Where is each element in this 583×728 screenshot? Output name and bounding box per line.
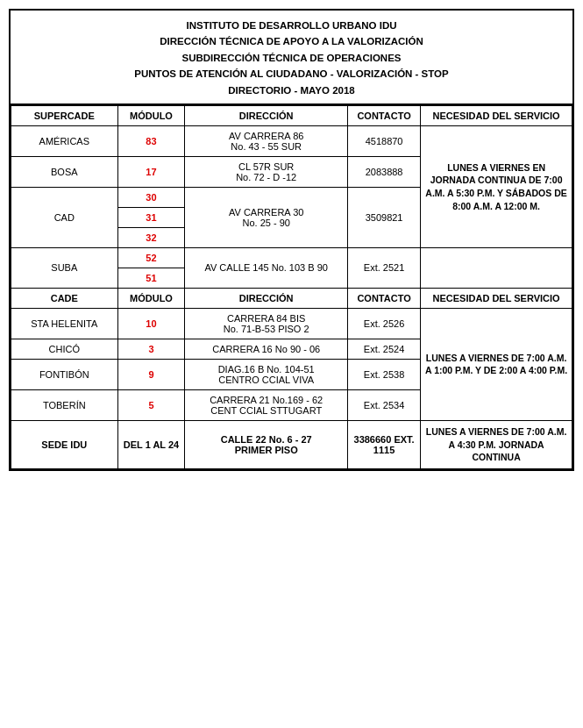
cad-module-32: 32 (117, 227, 185, 247)
toberin-name: TOBERÍN (11, 389, 118, 420)
americas-necesidad: LUNES A VIERNES EN JORNADA CONTINUA DE 7… (421, 125, 572, 247)
chico-contacto: Ext. 2524 (347, 339, 420, 359)
header-line2: DIRECCIÓN TÉCNICA DE APOYO A LA VALORIZA… (19, 33, 564, 49)
bosa-name: BOSA (11, 156, 118, 187)
cad-module-30: 30 (117, 187, 185, 207)
americas-direccion: AV CARRERA 86No. 43 - 55 SUR (185, 125, 348, 156)
suba-module-52: 52 (117, 247, 185, 268)
toberin-module: 5 (117, 389, 185, 420)
cade-necesidad-text: LUNES A VIERNES DE 7:00 A.M. A 1:00 P.M.… (421, 308, 572, 420)
main-container: INSTITUTO DE DESARROLLO URBANO IDU DIREC… (9, 9, 574, 471)
americas-contacto: 4518870 (347, 125, 420, 156)
cad-contacto: 3509821 (347, 187, 420, 247)
cad-name: CAD (11, 187, 118, 247)
suba-necesidad (421, 247, 572, 288)
header-line4: PUNTOS DE ATENCIÓN AL CIUDADANO - VALORI… (19, 66, 564, 82)
header-line3: SUBDIRECCIÓN TÉCNICA DE OPERACIONES (19, 50, 564, 66)
suba-row-1: SUBA 52 AV CALLE 145 No. 103 B 90 Ext. 2… (11, 247, 572, 268)
toberin-direccion: CARRERA 21 No.169 - 62CENT CCIAL STTUGAR… (185, 389, 348, 420)
cade-col3-header: DIRECCIÓN (185, 288, 348, 308)
sede-idu-row: SEDE IDU DEL 1 AL 24 CALLE 22 No. 6 - 27… (11, 420, 572, 468)
sede-idu-module: DEL 1 AL 24 (117, 420, 185, 468)
chico-name: CHICÓ (11, 339, 118, 359)
fontibon-contacto: Ext. 2538 (347, 359, 420, 389)
col-contacto-header: CONTACTO (347, 105, 420, 125)
sta-helenita-module: 10 (117, 308, 185, 339)
suba-direccion: AV CALLE 145 No. 103 B 90 (185, 247, 348, 288)
cade-col5-header: NECESIDAD DEL SERVICIO (421, 288, 572, 308)
col-supercade-header: SUPERCADE (11, 105, 118, 125)
americas-row: AMÉRICAS 83 AV CARRERA 86No. 43 - 55 SUR… (11, 125, 572, 156)
col-modulo-header: MÓDULO (117, 105, 185, 125)
supercade-necesidad-text: LUNES A VIERNES EN JORNADA CONTINUA DE 7… (425, 162, 566, 211)
fontibon-name: FONTIBÓN (11, 359, 118, 389)
cade-col2-header: MÓDULO (117, 288, 185, 308)
col-necesidad-header: NECESIDAD DEL SERVICIO (421, 105, 572, 125)
chico-direccion: CARRERA 16 No 90 - 06 (185, 339, 348, 359)
directory-table: SUPERCADE MÓDULO DIRECCIÓN CONTACTO NECE… (11, 105, 572, 469)
header-line1: INSTITUTO DE DESARROLLO URBANO IDU (19, 18, 564, 33)
fontibon-direccion: DIAG.16 B No. 104-51CENTRO CCIAL VIVA (185, 359, 348, 389)
cad-direccion: AV CARRERA 30No. 25 - 90 (185, 187, 348, 247)
americas-name: AMÉRICAS (11, 125, 118, 156)
suba-name: SUBA (11, 247, 118, 288)
sta-helenita-contacto: Ext. 2526 (347, 308, 420, 339)
bosa-direccion: CL 57R SURNo. 72 - D -12 (185, 156, 348, 187)
suba-module-51: 51 (117, 268, 185, 288)
chico-module: 3 (117, 339, 185, 359)
bosa-contacto: 2083888 (347, 156, 420, 187)
header-line5: DIRECTORIO - MAYO 2018 (19, 82, 564, 98)
americas-module: 83 (117, 125, 185, 156)
supercade-header-row: SUPERCADE MÓDULO DIRECCIÓN CONTACTO NECE… (11, 105, 572, 125)
cade-col4-header: CONTACTO (347, 288, 420, 308)
cade-col1-header: CADE (11, 288, 118, 308)
suba-contacto: Ext. 2521 (347, 247, 420, 288)
document-header: INSTITUTO DE DESARROLLO URBANO IDU DIREC… (11, 11, 572, 105)
fontibon-module: 9 (117, 359, 185, 389)
col-direccion-header: DIRECCIÓN (185, 105, 348, 125)
bosa-module: 17 (117, 156, 185, 187)
sta-helenita-row: STA HELENITA 10 CARRERA 84 BISNo. 71-B-5… (11, 308, 572, 339)
sta-helenita-name: STA HELENITA (11, 308, 118, 339)
sede-idu-name: SEDE IDU (11, 420, 118, 468)
sta-helenita-direccion: CARRERA 84 BISNo. 71-B-53 PISO 2 (185, 308, 348, 339)
sede-idu-contacto: 3386660 EXT. 1115 (347, 420, 420, 468)
cade-header-row: CADE MÓDULO DIRECCIÓN CONTACTO NECESIDAD… (11, 288, 572, 308)
toberin-contacto: Ext. 2534 (347, 389, 420, 420)
sede-idu-necesidad: LUNES A VIERNES DE 7:00 A.M. A 4:30 P.M.… (421, 420, 572, 468)
cad-module-31: 31 (117, 207, 185, 227)
sede-idu-direccion: CALLE 22 No. 6 - 27PRIMER PISO (185, 420, 348, 468)
